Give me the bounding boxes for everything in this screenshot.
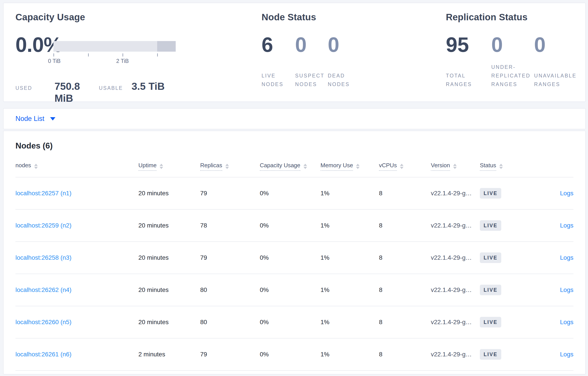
capacity-value: 0% bbox=[260, 351, 269, 358]
capacity-value: 0% bbox=[260, 254, 269, 261]
version-value: v22.1.4-29-g… bbox=[431, 351, 472, 358]
vcpus-cell: 8 bbox=[379, 286, 431, 293]
status-badge: LIVE bbox=[480, 349, 501, 360]
status-badge: LIVE bbox=[480, 220, 501, 231]
sort-icon[interactable] bbox=[160, 164, 163, 169]
logs-link[interactable]: Logs bbox=[560, 190, 573, 197]
sort-icon[interactable] bbox=[304, 164, 307, 169]
column-header-replicas[interactable]: Replicas bbox=[200, 162, 260, 171]
capacity-usage-section: Capacity Usage 0.0% 0 TiB 2 TiB bbox=[15, 12, 262, 102]
stat-label: DEAD NODES bbox=[328, 72, 361, 89]
capacity-axis-ticks bbox=[53, 53, 176, 57]
status-badge: LIVE bbox=[480, 252, 501, 263]
vcpus-cell: 8 bbox=[379, 319, 431, 326]
stat-value: 0 bbox=[295, 34, 328, 56]
column-header-uptime[interactable]: Uptime bbox=[138, 162, 200, 171]
capacity-cell: 0% bbox=[260, 319, 320, 326]
version-cell: v22.1.4-29-g… bbox=[431, 222, 480, 229]
version-value: v22.1.4-29-g… bbox=[431, 286, 472, 293]
node-link[interactable]: localhost:26261 (n6) bbox=[15, 351, 72, 358]
memory-cell: 1% bbox=[320, 286, 379, 293]
memory-value: 1% bbox=[320, 319, 329, 325]
column-header-node[interactable]: nodes bbox=[15, 162, 138, 171]
logs-link[interactable]: Logs bbox=[560, 254, 573, 261]
sort-icon[interactable] bbox=[453, 164, 457, 169]
logs-link[interactable]: Logs bbox=[560, 222, 573, 229]
logs-link[interactable]: Logs bbox=[560, 319, 573, 325]
capacity-bar-chart: 0 TiB 2 TiB bbox=[53, 41, 176, 64]
sort-icon[interactable] bbox=[225, 164, 229, 169]
status-cell: LIVE bbox=[480, 285, 535, 295]
uptime-value: 20 minutes bbox=[138, 286, 169, 293]
column-header-vcpus[interactable]: vCPUs bbox=[379, 162, 431, 171]
logs-cell: Logs bbox=[535, 254, 573, 261]
capacity-value: 0% bbox=[260, 190, 269, 197]
logs-cell: Logs bbox=[535, 190, 573, 197]
column-header-version[interactable]: Version bbox=[431, 162, 480, 171]
capacity-stats: USED 750.8 MiB USABLE 3.5 TiB bbox=[15, 80, 262, 104]
sort-icon[interactable] bbox=[499, 164, 503, 169]
stat-block: 0SUSPECT NODES bbox=[295, 34, 328, 89]
capacity-bar-track bbox=[53, 41, 176, 52]
uptime-cell: 20 minutes bbox=[138, 190, 200, 197]
page: Capacity Usage 0.0% 0 TiB 2 TiB bbox=[0, 0, 588, 375]
memory-value: 1% bbox=[320, 190, 329, 197]
logs-cell: Logs bbox=[535, 222, 573, 229]
uptime-value: 2 minutes bbox=[138, 351, 165, 358]
stat-value: 6 bbox=[262, 34, 295, 56]
uptime-cell: 2 minutes bbox=[138, 351, 200, 358]
uptime-value: 20 minutes bbox=[138, 222, 169, 229]
logs-link[interactable]: Logs bbox=[560, 351, 573, 358]
replicas-cell: 78 bbox=[200, 222, 260, 229]
capacity-value: 0% bbox=[260, 222, 269, 229]
column-header-status[interactable]: Status bbox=[480, 162, 535, 171]
column-header-label: Version bbox=[431, 162, 450, 171]
logs-cell: Logs bbox=[535, 319, 573, 326]
sort-icon[interactable] bbox=[34, 164, 38, 169]
capacity-value: 0% bbox=[260, 286, 269, 293]
vcpus-cell: 8 bbox=[379, 190, 431, 197]
column-header-memory[interactable]: Memory Use bbox=[320, 162, 379, 171]
node-list-dropdown[interactable]: Node List bbox=[15, 115, 44, 123]
chevron-down-icon[interactable] bbox=[50, 117, 55, 120]
logs-cell: Logs bbox=[535, 351, 573, 358]
logs-link[interactable]: Logs bbox=[560, 286, 573, 293]
column-header-label: vCPUs bbox=[379, 162, 397, 171]
capacity-gauge: 0.0% 0 TiB 2 TiB bbox=[15, 34, 262, 64]
node-cell: localhost:26259 (n2) bbox=[15, 222, 138, 229]
node-cell: localhost:26258 (n3) bbox=[15, 254, 138, 261]
vcpus-cell: 8 bbox=[379, 254, 431, 261]
summary-card: Capacity Usage 0.0% 0 TiB 2 TiB bbox=[3, 3, 586, 102]
stat-label: UNDER-REPLICATED RANGES bbox=[491, 63, 534, 89]
status-badge: LIVE bbox=[480, 317, 501, 327]
node-link[interactable]: localhost:26260 (n5) bbox=[15, 319, 72, 325]
replicas-value: 78 bbox=[200, 222, 207, 229]
memory-cell: 1% bbox=[320, 190, 379, 197]
version-cell: v22.1.4-29-g… bbox=[431, 319, 480, 326]
node-status-stats: 6LIVE NODES0SUSPECT NODES0DEAD NODES bbox=[262, 34, 446, 89]
node-link[interactable]: localhost:26257 (n1) bbox=[15, 190, 72, 197]
status-cell: LIVE bbox=[480, 349, 535, 360]
table-row: localhost:26257 (n1)20 minutes790%1%8v22… bbox=[15, 178, 573, 210]
column-header-label: Memory Use bbox=[320, 162, 353, 171]
vcpus-value: 8 bbox=[379, 319, 382, 325]
version-value: v22.1.4-29-g… bbox=[431, 319, 472, 325]
replicas-cell: 79 bbox=[200, 351, 260, 358]
node-status-title: Node Status bbox=[262, 12, 446, 22]
column-header-capacity[interactable]: Capacity Usage bbox=[260, 162, 320, 171]
node-cell: localhost:26262 (n4) bbox=[15, 286, 138, 293]
uptime-cell: 20 minutes bbox=[138, 286, 200, 293]
memory-cell: 1% bbox=[320, 319, 379, 326]
sort-icon[interactable] bbox=[400, 164, 403, 169]
vcpus-cell: 8 bbox=[379, 351, 431, 358]
version-cell: v22.1.4-29-g… bbox=[431, 254, 480, 261]
vcpus-value: 8 bbox=[379, 286, 382, 293]
node-link[interactable]: localhost:26262 (n4) bbox=[15, 286, 72, 293]
uptime-cell: 20 minutes bbox=[138, 254, 200, 261]
node-link[interactable]: localhost:26258 (n3) bbox=[15, 254, 72, 261]
node-link[interactable]: localhost:26259 (n2) bbox=[15, 222, 72, 229]
table-row: localhost:26259 (n2)20 minutes780%1%8v22… bbox=[15, 210, 573, 242]
replicas-value: 80 bbox=[200, 286, 207, 293]
sort-icon[interactable] bbox=[356, 164, 359, 169]
axis-label-2tib: 2 TiB bbox=[116, 58, 129, 64]
